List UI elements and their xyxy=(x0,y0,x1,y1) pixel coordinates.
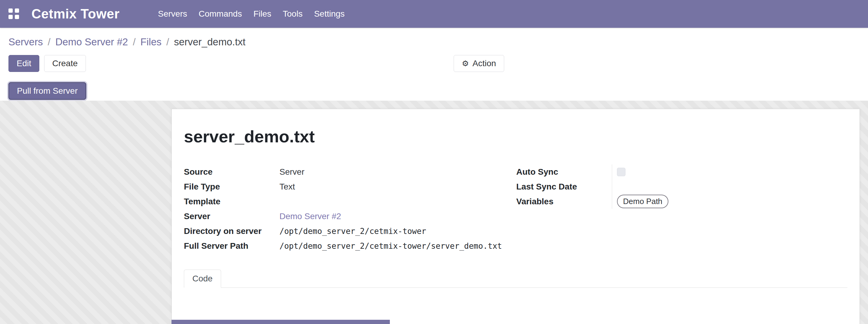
form-buttons-row: Edit Create ⚙ Action xyxy=(8,55,860,72)
action-menu-label: Action xyxy=(472,59,496,68)
field-label-last-sync-date: Last Sync Date xyxy=(516,182,612,192)
field-label-source: Source xyxy=(184,167,279,177)
record-title: server_demo.txt xyxy=(184,127,847,146)
field-row-last-sync-date: Last Sync Date xyxy=(516,179,847,194)
menu-item-commands[interactable]: Commands xyxy=(193,0,248,28)
content-area: server_demo.txt Source Server File Type … xyxy=(0,101,868,324)
breadcrumb-separator: / xyxy=(133,36,135,48)
field-row-directory: Directory on server /opt/demo_server_2/c… xyxy=(184,224,516,238)
breadcrumb-servers[interactable]: Servers xyxy=(8,36,43,48)
tab-code[interactable]: Code xyxy=(184,269,221,288)
field-label-variables: Variables xyxy=(516,197,612,206)
breadcrumb-separator: / xyxy=(166,36,169,48)
action-menu-button[interactable]: ⚙ Action xyxy=(454,55,504,72)
pull-from-server-button[interactable]: Pull from Server xyxy=(8,82,86,100)
code-editor-top-edge xyxy=(172,320,390,324)
field-label-file-type: File Type xyxy=(184,182,279,192)
breadcrumb-files[interactable]: Files xyxy=(140,36,161,48)
object-buttons-row: Pull from Server xyxy=(8,82,860,100)
gear-icon: ⚙ xyxy=(462,60,469,67)
field-row-source: Source Server xyxy=(184,164,516,179)
menu-item-tools[interactable]: Tools xyxy=(277,0,308,28)
field-value-directory: /opt/demo_server_2/cetmix-tower xyxy=(279,227,426,236)
variable-tag-demo-path: Demo Path xyxy=(617,195,669,208)
field-label-full-path: Full Server Path xyxy=(184,241,279,251)
field-row-file-type: File Type Text xyxy=(184,179,516,194)
field-groups: Source Server File Type Text Template Se… xyxy=(184,164,847,253)
menu-item-servers[interactable]: Servers xyxy=(152,0,193,28)
field-label-template: Template xyxy=(184,197,279,206)
field-value-full-path: /opt/demo_server_2/cetmix-tower/server_d… xyxy=(279,241,502,251)
control-panel: Servers / Demo Server #2 / Files / serve… xyxy=(0,28,868,101)
breadcrumb-current: server_demo.txt xyxy=(174,36,246,48)
field-value-file-type: Text xyxy=(279,182,295,192)
field-value-source: Server xyxy=(279,167,304,177)
auto-sync-checkbox[interactable] xyxy=(617,168,625,176)
app-brand[interactable]: Cetmix Tower xyxy=(31,6,120,22)
field-row-full-path: Full Server Path /opt/demo_server_2/cetm… xyxy=(184,238,516,253)
field-group-left: Source Server File Type Text Template Se… xyxy=(184,164,516,253)
form-sheet: server_demo.txt Source Server File Type … xyxy=(172,109,860,324)
field-value-server-link[interactable]: Demo Server #2 xyxy=(279,212,341,221)
breadcrumb-separator: / xyxy=(48,36,51,48)
field-row-variables: Variables Demo Path xyxy=(516,194,847,209)
field-label-server: Server xyxy=(184,212,279,221)
field-row-server: Server Demo Server #2 xyxy=(184,209,516,224)
apps-grid-icon[interactable] xyxy=(8,8,19,19)
breadcrumb: Servers / Demo Server #2 / Files / serve… xyxy=(8,35,860,49)
create-button[interactable]: Create xyxy=(44,55,86,72)
menu-item-settings[interactable]: Settings xyxy=(308,0,350,28)
field-label-auto-sync: Auto Sync xyxy=(516,167,612,177)
top-navbar: Cetmix Tower Servers Commands Files Tool… xyxy=(0,0,868,28)
field-label-directory: Directory on server xyxy=(184,226,279,236)
breadcrumb-demo-server-2[interactable]: Demo Server #2 xyxy=(55,36,128,48)
field-row-auto-sync: Auto Sync xyxy=(516,164,847,179)
field-row-template: Template xyxy=(184,194,516,209)
field-group-right: Auto Sync Last Sync Date Variables Demo … xyxy=(516,164,847,253)
notebook: Code xyxy=(184,269,847,288)
menu-item-files[interactable]: Files xyxy=(248,0,277,28)
main-menu: Servers Commands Files Tools Settings xyxy=(152,0,350,28)
edit-button[interactable]: Edit xyxy=(8,55,39,72)
tab-bar: Code xyxy=(184,269,847,288)
